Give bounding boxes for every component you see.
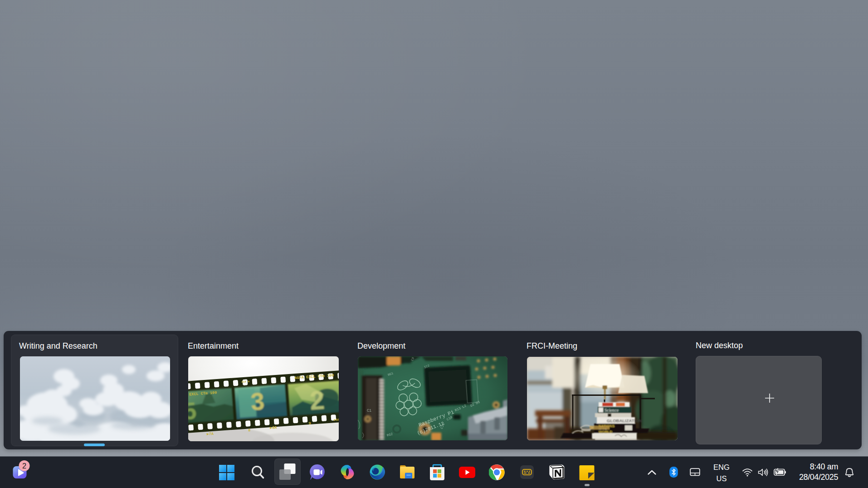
svg-text:►9A: ►9A — [334, 418, 339, 422]
svg-text:2: 2 — [22, 462, 26, 470]
svg-text:9: 9 — [308, 421, 311, 426]
svg-text:3: 3 — [250, 387, 265, 415]
svg-text:►7A: ►7A — [206, 432, 214, 437]
svg-text:414 m: 414 m — [241, 380, 250, 384]
svg-text:2: 2 — [309, 385, 326, 415]
svg-text:8: 8 — [248, 428, 251, 433]
svg-text:►8A: ►8A — [270, 425, 278, 430]
svg-text:C1: C1 — [367, 409, 371, 413]
svg-text:Science: Science — [605, 408, 619, 413]
svg-text:GLOBALIZATION: GLOBALIZATION — [607, 418, 642, 423]
